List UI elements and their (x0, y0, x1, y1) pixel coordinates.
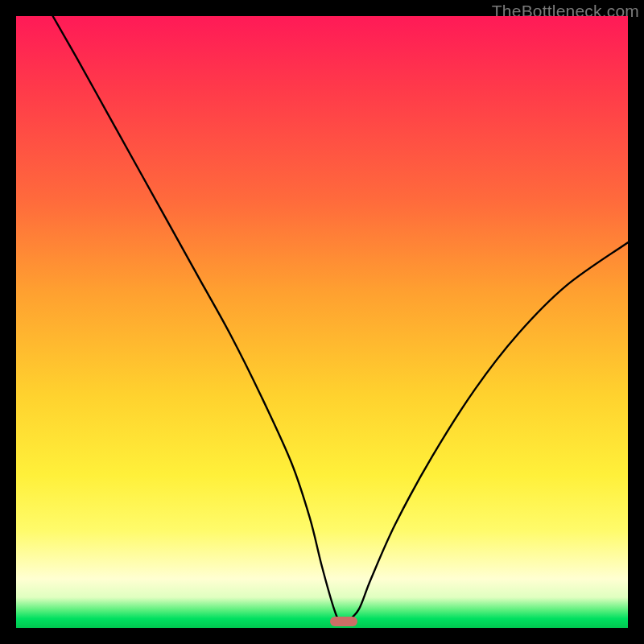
optimal-marker (330, 617, 357, 626)
plot-area (16, 16, 628, 628)
chart-frame: TheBottleneck.com (0, 0, 644, 644)
curve-layer (16, 16, 628, 628)
bottleneck-curve (53, 16, 628, 623)
